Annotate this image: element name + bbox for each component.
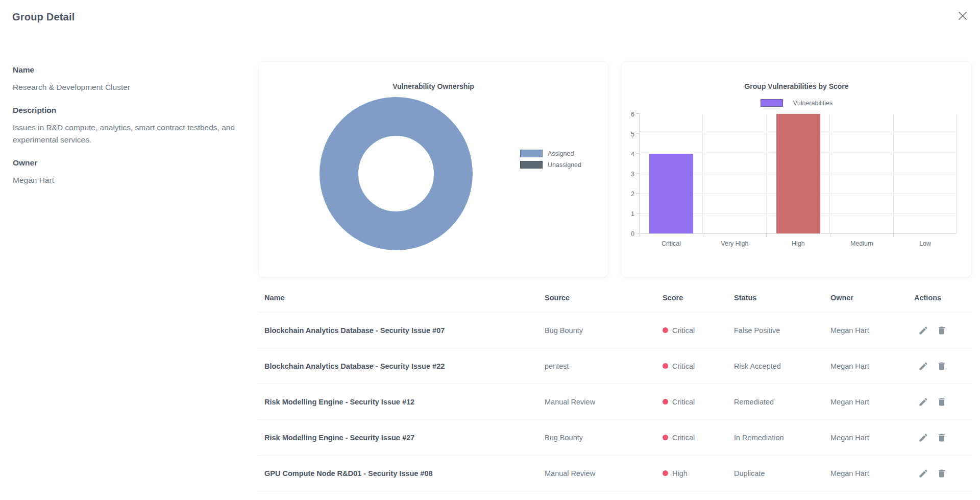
vulnerability-status: False Positive	[734, 326, 830, 335]
x-axis-tick-mark	[830, 234, 830, 237]
x-axis-tick-mark	[766, 234, 767, 237]
y-axis-tick-mark	[636, 173, 640, 174]
bar-high	[776, 114, 820, 233]
vulnerability-name: Risk Modelling Engine - Security Issue #…	[258, 434, 545, 442]
owner-value: Megan Hart	[13, 174, 243, 186]
vulnerability-score: Critical	[663, 398, 734, 406]
unassigned-swatch-icon	[520, 161, 543, 169]
column-header-name: Name	[258, 294, 545, 302]
edit-icon[interactable]	[918, 325, 928, 336]
vulnerability-owner: Megan Hart	[830, 326, 914, 335]
column-header-owner: Owner	[830, 294, 914, 302]
bar-chart-title: Group Vulnerabilities by Score	[622, 82, 971, 90]
vulnerability-source: Manual Review	[545, 469, 663, 478]
edit-icon[interactable]	[918, 433, 928, 443]
x-axis-tick-mark	[640, 234, 640, 237]
y-axis-tick-mark	[636, 213, 640, 213]
score-dot-icon	[663, 327, 668, 333]
legend-item-unassigned[interactable]: Unassigned	[520, 161, 581, 169]
score-dot-icon	[663, 363, 668, 369]
vulnerability-source: Bug Bounty	[545, 326, 663, 335]
y-axis-tick: 0	[616, 230, 634, 237]
bar-critical	[649, 154, 693, 233]
x-axis-label: High	[767, 240, 830, 247]
delete-icon[interactable]	[937, 468, 947, 479]
vulnerability-status: Remediated	[734, 398, 830, 406]
vulnerability-source: Bug Bounty	[545, 434, 663, 442]
column-header-status: Status	[734, 294, 830, 302]
y-axis-tick-mark	[636, 153, 640, 154]
bar-legend[interactable]: Vulnerabilities	[622, 99, 971, 107]
description-value: Issues in R&D compute, analytics, smart …	[13, 122, 243, 146]
vulnerability-status: In Remediation	[734, 434, 830, 442]
group-details-panel: Name Research & Development Cluster Desc…	[13, 65, 243, 199]
y-axis-tick: 4	[616, 151, 634, 158]
score-dot-icon	[663, 470, 668, 476]
table-row: Blockchain Analytics Database - Security…	[258, 348, 972, 384]
x-axis-label: Low	[894, 240, 957, 247]
edit-icon[interactable]	[918, 468, 928, 479]
page-title: Group Detail	[12, 11, 75, 23]
vulnerabilities-by-score-card: Group Vulnerabilities by Score Vulnerabi…	[621, 61, 972, 277]
table-row: Risk Modelling Engine - Security Issue #…	[258, 420, 972, 456]
unassigned-label: Unassigned	[548, 161, 581, 169]
vulnerability-status: Risk Accepted	[734, 362, 830, 370]
table-header: Name Source Score Status Owner Actions	[258, 283, 972, 313]
delete-icon[interactable]	[937, 433, 947, 443]
assigned-swatch-icon	[520, 150, 543, 157]
x-axis-label: Critical	[640, 240, 703, 247]
owner-label: Owner	[13, 158, 243, 168]
vulnerability-name: GPU Compute Node R&D01 - Security Issue …	[258, 469, 545, 478]
vulnerability-score: Critical	[663, 362, 734, 370]
x-axis-tick-mark	[893, 234, 894, 237]
vulnerability-owner: Megan Hart	[830, 398, 914, 406]
column-header-score: Score	[663, 294, 734, 302]
edit-icon[interactable]	[918, 361, 928, 371]
vulnerability-owner: Megan Hart	[830, 469, 914, 478]
y-axis-tick-mark	[636, 233, 640, 233]
row-actions	[914, 397, 972, 407]
doughnut-chart	[320, 97, 473, 250]
table-row: Risk Modelling Engine - Security Issue #…	[258, 384, 972, 420]
score-dot-icon	[663, 399, 668, 404]
description-label: Description	[13, 106, 243, 115]
edit-icon[interactable]	[918, 397, 928, 407]
y-axis-tick-mark	[636, 113, 640, 114]
bar-chart-plot-area: 0123456CriticalVery HighHighMediumLow	[639, 114, 957, 234]
delete-icon[interactable]	[937, 361, 947, 371]
name-value: Research & Development Cluster	[13, 81, 243, 93]
vulnerability-name: Blockchain Analytics Database - Security…	[258, 326, 545, 335]
vulnerability-ownership-card: Vulnerability Ownership Assigned Unassig…	[258, 61, 608, 277]
vulnerability-owner: Megan Hart	[830, 434, 914, 442]
donut-chart-title: Vulnerability Ownership	[259, 82, 608, 90]
y-axis-tick: 1	[616, 210, 634, 218]
table-row: GPU Compute Node R&D01 - Security Issue …	[258, 456, 972, 491]
column-header-actions: Actions	[914, 294, 972, 302]
vulnerability-score: Critical	[663, 326, 734, 335]
name-label: Name	[13, 65, 243, 75]
delete-icon[interactable]	[937, 325, 947, 336]
donut-legend: Assigned Unassigned	[520, 150, 581, 172]
y-axis-tick-mark	[636, 193, 640, 194]
vulnerabilities-swatch-icon	[761, 99, 783, 107]
delete-icon[interactable]	[937, 397, 947, 407]
column-header-source: Source	[545, 294, 663, 302]
vulnerability-score: Critical	[663, 434, 734, 442]
y-axis-tick: 5	[616, 131, 634, 138]
vulnerabilities-table: Name Source Score Status Owner Actions B…	[258, 283, 972, 491]
y-axis-tick: 3	[616, 171, 634, 178]
vulnerabilities-label: Vulnerabilities	[793, 100, 832, 107]
score-dot-icon	[663, 435, 668, 440]
row-actions	[914, 468, 972, 479]
vulnerability-owner: Megan Hart	[830, 362, 914, 370]
table-row: Blockchain Analytics Database - Security…	[258, 313, 972, 348]
assigned-label: Assigned	[548, 150, 574, 157]
vulnerability-name: Blockchain Analytics Database - Security…	[258, 362, 545, 370]
vulnerability-name: Risk Modelling Engine - Security Issue #…	[258, 398, 545, 406]
close-icon[interactable]	[955, 9, 970, 23]
legend-item-assigned[interactable]: Assigned	[520, 150, 581, 157]
vulnerability-score: High	[663, 469, 734, 478]
x-axis-label: Very High	[703, 240, 766, 247]
vulnerability-source: Manual Review	[545, 398, 663, 406]
x-axis-label: Medium	[830, 240, 893, 247]
